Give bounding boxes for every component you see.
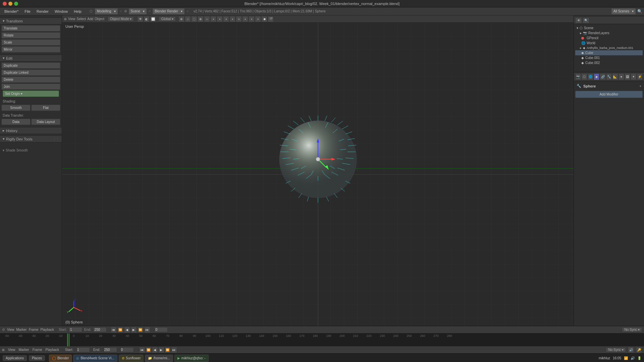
render-props-icon[interactable]: 📷: [575, 73, 581, 80]
scene-item[interactable]: ▸ 📷 RenderLayers: [575, 31, 643, 36]
select-menu[interactable]: Select: [77, 17, 86, 21]
status-playback[interactable]: Playback: [46, 348, 59, 352]
taskbar-blend4web[interactable]: ◎ Blend4web Scene Vi...: [73, 355, 117, 362]
viewport[interactable]: ⊞ View Select Add Object Object Mode ▾ 👁…: [62, 15, 574, 326]
status-frame[interactable]: Frame: [33, 348, 42, 352]
end-frame-input[interactable]: [93, 327, 107, 332]
object-mode-dropdown[interactable]: Object Mode ▾: [108, 16, 134, 21]
sync-dropdown[interactable]: No Sync ▾: [622, 327, 642, 332]
search-scene-icon[interactable]: 🔍: [583, 17, 589, 23]
scene-item[interactable]: ◆ Cube.002: [575, 60, 643, 65]
menu-blender[interactable]: Blender*: [2, 9, 21, 14]
scene-item[interactable]: ▸ ◆ Anthyllis_barba_jovis_medium.001: [575, 46, 643, 50]
scene-item[interactable]: ◆ Cube.001: [575, 55, 643, 60]
jump-start-icon[interactable]: ⏮: [111, 327, 117, 333]
taskbar-applications[interactable]: Applications: [3, 355, 27, 361]
smooth-button[interactable]: Smooth: [1, 105, 31, 111]
data-button[interactable]: Data: [1, 119, 31, 125]
global-dropdown[interactable]: Global ▾: [159, 16, 176, 21]
minimize-button[interactable]: [8, 2, 12, 6]
mirror-button[interactable]: Mirror: [1, 46, 60, 53]
maximize-button[interactable]: [14, 2, 18, 6]
layer7-icon[interactable]: ▪: [249, 16, 255, 22]
engine-dropdown[interactable]: Blender Render▾: [152, 8, 185, 15]
anim-icon[interactable]: 🎬: [268, 16, 274, 22]
menu-render[interactable]: Render: [34, 9, 51, 14]
scene-props-icon[interactable]: ⬡: [581, 73, 587, 80]
layer4-icon[interactable]: ▪: [229, 16, 235, 22]
mode-dropdown[interactable]: Modelling▾: [95, 8, 118, 15]
play-icon[interactable]: ▶: [131, 327, 137, 333]
timeline-playhead[interactable]: [69, 334, 69, 346]
sb-jump-start[interactable]: ⏮: [139, 347, 145, 353]
constraints-icon[interactable]: 🔗: [600, 73, 605, 80]
audio-icon[interactable]: 🔊: [628, 347, 634, 353]
particles-icon[interactable]: ✦: [631, 73, 636, 80]
scene-item[interactable]: GPencil: [575, 36, 643, 41]
sb-play[interactable]: ▶: [158, 347, 164, 353]
texture-icon[interactable]: 🖼: [625, 73, 630, 80]
layer8-icon[interactable]: ▪: [255, 16, 261, 22]
modifiers-icon[interactable]: 🔧: [606, 73, 612, 80]
prev-keyframe-icon[interactable]: ⏪: [117, 327, 123, 333]
timeline-marker-menu[interactable]: Marker: [16, 328, 27, 331]
status-marker[interactable]: Marker: [19, 348, 29, 352]
sb-jump-end[interactable]: ⏭: [171, 347, 177, 353]
object-menu[interactable]: Object: [95, 17, 104, 21]
transform-header[interactable]: ▾ Transform: [0, 17, 62, 24]
object-props-icon[interactable]: ◆: [594, 73, 599, 80]
layer3-icon[interactable]: ▪: [223, 16, 229, 22]
add-modifier-button[interactable]: Add Modifier: [575, 91, 643, 98]
record-icon[interactable]: ⏺: [261, 16, 267, 22]
sb-next-key[interactable]: ⏩: [165, 347, 171, 353]
flat-button[interactable]: Flat: [31, 105, 60, 111]
timeline-body[interactable]: -50 -40 -30 -20 -10 0 10 20 30 40 50 60 …: [0, 334, 644, 346]
rotate-button[interactable]: Rotate: [1, 32, 60, 39]
edit-header[interactable]: ▾ Edit: [0, 55, 62, 62]
taskbar-blender[interactable]: ⬡ Blender: [49, 355, 72, 362]
render-icon[interactable]: 👁: [137, 16, 143, 22]
timeline-view-menu[interactable]: View: [7, 328, 14, 331]
play-reverse-icon[interactable]: ◀: [124, 327, 130, 333]
scene-item[interactable]: 🌐 World: [575, 41, 643, 46]
set-origin-dropdown[interactable]: Set Origin ▾: [3, 90, 59, 97]
taskbar-sunflower[interactable]: ✿ Sunflower: [119, 355, 144, 362]
timeline-frame-menu[interactable]: Frame: [29, 328, 39, 331]
status-view[interactable]: View: [8, 348, 15, 352]
taskbar-terminal[interactable]: ▶ mikhluz@qfxo: -: [174, 355, 209, 362]
menu-window[interactable]: Window: [52, 9, 70, 14]
layer5-icon[interactable]: ▪: [236, 16, 242, 22]
sb-prev-key[interactable]: ⏪: [146, 347, 152, 353]
timeline-playback-menu[interactable]: Playback: [41, 328, 54, 331]
layer2-icon[interactable]: ▪: [217, 16, 223, 22]
taskbar-file-manager[interactable]: 📁 /home/mi...: [145, 355, 173, 362]
menu-help[interactable]: Help: [71, 9, 84, 14]
jump-end-icon[interactable]: ⏭: [144, 327, 150, 333]
material-icon[interactable]: ●: [619, 73, 624, 80]
scene-root-item[interactable]: ▾ ⬡ Scene: [575, 25, 643, 31]
scenes-dropdown[interactable]: All Scenes▾: [611, 8, 636, 15]
sync-dropdown2[interactable]: No Sync ▾: [606, 347, 626, 352]
add-menu[interactable]: Add: [87, 17, 93, 21]
viewport-canvas[interactable]: User Persp: [62, 23, 574, 326]
falloff-icon[interactable]: ◌: [191, 16, 197, 22]
duplicate-button[interactable]: Duplicate: [1, 62, 60, 69]
scene-dropdown[interactable]: Scene▾: [128, 8, 147, 15]
join-button[interactable]: Join: [1, 83, 60, 90]
data-layout-button[interactable]: Data Layout: [31, 119, 60, 125]
proportional-icon[interactable]: ○: [185, 16, 191, 22]
view-icon[interactable]: 👁: [575, 17, 582, 23]
scale-button[interactable]: Scale: [1, 39, 60, 46]
current-frame-input[interactable]: [154, 327, 168, 332]
world-props-icon[interactable]: 🌐: [588, 73, 593, 80]
physics-icon[interactable]: ⚡: [637, 73, 643, 80]
keyframe-icon[interactable]: 🔑: [636, 347, 642, 353]
view-menu[interactable]: View: [68, 17, 75, 21]
close-button[interactable]: [3, 2, 7, 6]
translate-button[interactable]: Translate: [1, 25, 60, 32]
duplicate-linked-button[interactable]: Duplicate Linked: [1, 69, 60, 76]
history-header[interactable]: ▸ History: [0, 127, 62, 134]
viewport-shading-icon[interactable]: ◐: [144, 16, 150, 22]
rigify-header[interactable]: ▾ Rigify Dev Tools ⋮⋮: [0, 135, 62, 142]
status-start[interactable]: [76, 347, 90, 352]
